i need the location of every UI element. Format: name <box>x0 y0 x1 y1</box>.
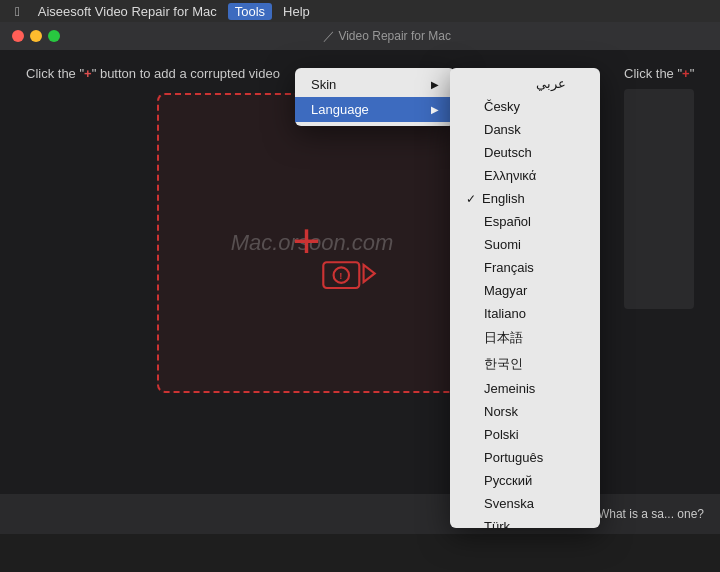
apple-menu[interactable]:  <box>8 3 27 20</box>
minimize-button[interactable] <box>30 30 42 42</box>
lang-japanese[interactable]: 日本語 <box>450 325 600 351</box>
lang-french[interactable]: Français <box>450 256 600 279</box>
language-label: Language <box>311 102 369 117</box>
lang-swedish[interactable]: Svenska <box>450 492 600 515</box>
skin-arrow: ▶ <box>431 79 439 90</box>
skin-label: Skin <box>311 77 336 92</box>
video-drop-zone[interactable]: Mac.orsoon.com + ! <box>157 93 467 393</box>
app-title-bar: ／ Video Repair for Mac <box>0 22 720 50</box>
lang-italian[interactable]: Italiano <box>450 302 600 325</box>
skin-menu-item[interactable]: Skin ▶ <box>295 72 455 97</box>
app-name-menu[interactable]: Aiseesoft Video Repair for Mac <box>31 3 224 20</box>
right-panel: Click the "+" <box>624 66 704 478</box>
bottom-toolbar: ? What is a sa... one? <box>0 494 720 534</box>
lang-norwegian[interactable]: Norsk <box>450 400 600 423</box>
lang-portuguese[interactable]: Português <box>450 446 600 469</box>
lang-korean[interactable]: 한국인 <box>450 351 600 377</box>
plus-symbol: + <box>84 66 92 81</box>
lang-arabic[interactable]: عربي <box>450 72 600 95</box>
lang-jemeinis[interactable]: Jemeinis <box>450 377 600 400</box>
lang-hungarian[interactable]: Magyar <box>450 279 600 302</box>
help-text: What is a sa... one? <box>598 507 704 521</box>
lang-danish[interactable]: Dansk <box>450 118 600 141</box>
add-corrupted-label: Click the "+" button to add a corrupted … <box>26 66 280 81</box>
language-submenu[interactable]: عربي Česky Dansk Deutsch Ελληνικά Englis… <box>450 68 600 528</box>
plus-icon: + <box>292 217 320 265</box>
tools-dropdown[interactable]: Skin ▶ Language ▶ <box>295 68 455 126</box>
help-menu[interactable]: Help <box>276 3 317 20</box>
right-plus-symbol: + <box>682 66 690 81</box>
traffic-lights <box>12 30 60 42</box>
lang-german[interactable]: Deutsch <box>450 141 600 164</box>
tools-menu[interactable]: Tools <box>228 3 272 20</box>
lang-greek[interactable]: Ελληνικά <box>450 164 600 187</box>
close-button[interactable] <box>12 30 24 42</box>
lang-spanish[interactable]: Español <box>450 210 600 233</box>
lang-finnish[interactable]: Suomi <box>450 233 600 256</box>
camera-icon: ! <box>319 248 379 302</box>
svg-marker-3 <box>364 265 375 282</box>
right-placeholder <box>624 89 694 309</box>
window-title: ／ Video Repair for Mac <box>323 28 451 45</box>
lang-czech[interactable]: Česky <box>450 95 600 118</box>
language-arrow: ▶ <box>431 104 439 115</box>
system-menu-bar:  Aiseesoft Video Repair for Mac Tools H… <box>0 0 720 22</box>
lang-english[interactable]: English <box>450 187 600 210</box>
maximize-button[interactable] <box>48 30 60 42</box>
language-menu-item[interactable]: Language ▶ <box>295 97 455 122</box>
lang-russian[interactable]: Русский <box>450 469 600 492</box>
right-hint-label: Click the "+" <box>624 66 694 81</box>
lang-polish[interactable]: Polski <box>450 423 600 446</box>
lang-turkish[interactable]: Türk <box>450 515 600 528</box>
svg-text:!: ! <box>339 270 342 281</box>
